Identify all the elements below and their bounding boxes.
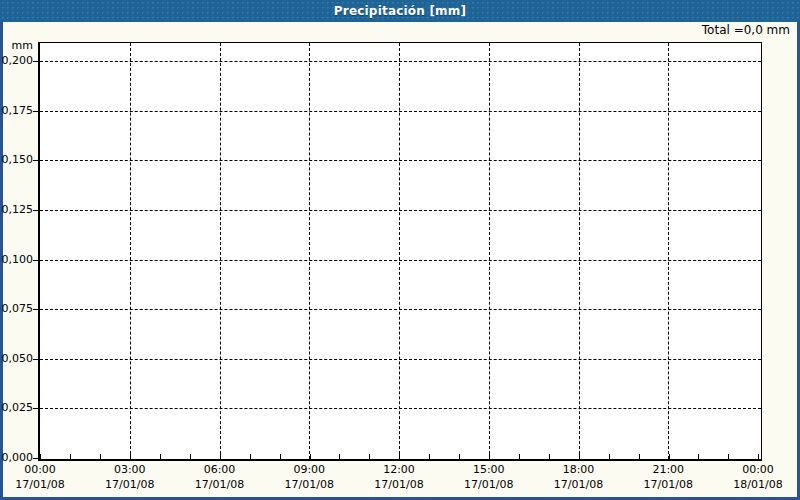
y-tick-label: 0,150 [0,153,33,166]
x-minor-tick [728,454,729,459]
x-minor-tick [220,454,221,459]
y-tick-mark [33,359,38,360]
x-tick-date-label: 17/01/08 [364,478,434,491]
y-tick-mark [33,309,38,310]
x-minor-tick [339,454,340,459]
y-tick-mark [33,458,38,459]
chart-title-bar: Precipitación [mm] [0,0,800,22]
y-tick-mark [33,160,38,161]
y-tick-label: 0,100 [0,253,33,266]
h-gridline [40,408,761,409]
plot-area [38,42,762,461]
v-gridline [579,43,580,459]
x-minor-tick [190,454,191,459]
v-gridline [220,43,221,459]
x-minor-tick [489,454,490,459]
x-tick-time-label: 06:00 [185,463,255,476]
h-gridline [40,359,761,360]
x-minor-tick [429,454,430,459]
y-tick-label: 0,200 [0,54,33,67]
y-tick-mark [33,260,38,261]
x-tick-date-label: 17/01/08 [5,478,75,491]
x-tick-time-label: 09:00 [274,463,344,476]
x-minor-tick [549,454,550,459]
x-minor-tick [130,454,131,459]
x-tick-time-label: 15:00 [454,463,524,476]
h-gridline [40,111,761,112]
x-minor-tick [519,454,520,459]
h-gridline [40,210,761,211]
total-annotation: Total =0,0 mm [702,23,790,37]
x-minor-tick [369,454,370,459]
x-tick-time-label: 21:00 [633,463,703,476]
v-gridline [399,43,400,459]
x-minor-tick [100,454,101,459]
x-tick-date-label: 17/01/08 [95,478,165,491]
y-tick-label: 0,175 [0,104,33,117]
y-tick-label: 0,050 [0,352,33,365]
x-tick-time-label: 00:00 [5,463,75,476]
x-tick-time-label: 18:00 [544,463,614,476]
v-gridline [309,43,310,459]
x-minor-tick [310,454,311,459]
y-tick-mark [33,111,38,112]
x-tick-time-label: 00:00 [723,463,793,476]
chart-window: Precipitación [mm] Total =0,0 mm mm 0,20… [0,0,800,500]
x-minor-tick [609,454,610,459]
x-tick-date-label: 17/01/08 [274,478,344,491]
v-gridline [668,43,669,459]
x-tick-date-label: 18/01/08 [723,478,793,491]
v-gridline [489,43,490,459]
x-tick-date-label: 17/01/08 [454,478,524,491]
y-tick-mark [33,61,38,62]
x-minor-tick [70,454,71,459]
chart-title: Precipitación [mm] [334,4,466,18]
h-gridline [40,61,761,62]
x-tick-date-label: 17/01/08 [544,478,614,491]
x-tick-time-label: 03:00 [95,463,165,476]
x-tick-time-label: 12:00 [364,463,434,476]
x-minor-tick [280,454,281,459]
v-gridline [130,43,131,459]
y-tick-mark [33,210,38,211]
x-minor-tick [579,454,580,459]
x-minor-tick [669,454,670,459]
x-minor-tick [459,454,460,459]
y-tick-label: 0,125 [0,203,33,216]
y-axis-unit-label: mm [0,39,33,52]
y-tick-label: 0,075 [0,302,33,315]
x-minor-tick [160,454,161,459]
h-gridline [40,260,761,261]
x-minor-tick [639,454,640,459]
y-tick-mark [33,408,38,409]
x-minor-tick [758,454,759,459]
h-gridline [40,309,761,310]
h-gridline [40,160,761,161]
x-tick-date-label: 17/01/08 [633,478,703,491]
x-minor-tick [399,454,400,459]
x-tick-date-label: 17/01/08 [185,478,255,491]
y-tick-label: 0,025 [0,401,33,414]
x-minor-tick [698,454,699,459]
x-minor-tick [40,454,41,459]
x-minor-tick [250,454,251,459]
